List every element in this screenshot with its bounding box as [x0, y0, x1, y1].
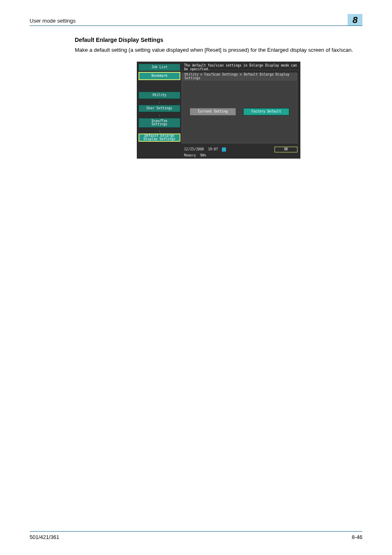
memory-label: Memory [184, 154, 196, 157]
arrow-down-icon [157, 100, 162, 104]
crumb-utility[interactable]: Utility [138, 92, 180, 99]
arrow-down-icon [157, 113, 162, 117]
status-icon [222, 147, 226, 152]
chapter-number: 8 [353, 15, 357, 25]
status-time: 19:07 [208, 147, 218, 151]
job-list-button[interactable]: Job List [138, 64, 180, 71]
status-date: 12/25/2008 [184, 147, 204, 151]
footer-rule [30, 531, 362, 532]
bookmark-button[interactable]: Bookmark [138, 72, 180, 80]
section-title: Default Enlarge Display Settings [75, 37, 362, 43]
chapter-tab: 8 [348, 14, 362, 25]
footer-model: 501/421/361 [30, 534, 59, 540]
ok-button[interactable]: OK [274, 147, 297, 152]
embedded-screenshot: Job List Bookmark Utility User Settings … [137, 62, 300, 159]
crumb-default-enlarge[interactable]: Default Enlarge Display Settings [138, 134, 180, 142]
breadcrumb: Utility > Fax/Scan Settings > Default En… [182, 73, 297, 81]
crumb-user-settings[interactable]: User Settings [138, 105, 180, 112]
arrow-down-icon [157, 129, 162, 133]
message-bar: The default fax/scan settings in Enlarge… [182, 62, 300, 70]
factory-default-button[interactable]: Factory Default [243, 108, 289, 115]
page-number: 8-46 [352, 534, 362, 540]
crumb-scanfax-settings[interactable]: Scan/Fax Settings [138, 118, 180, 128]
section-body: Make a default setting (a setting value … [75, 46, 362, 54]
current-setting-button[interactable]: Current Setting [190, 108, 236, 115]
running-header: User mode settings [30, 18, 76, 25]
header-rule [30, 25, 362, 26]
memory-value: 90% [200, 154, 206, 157]
